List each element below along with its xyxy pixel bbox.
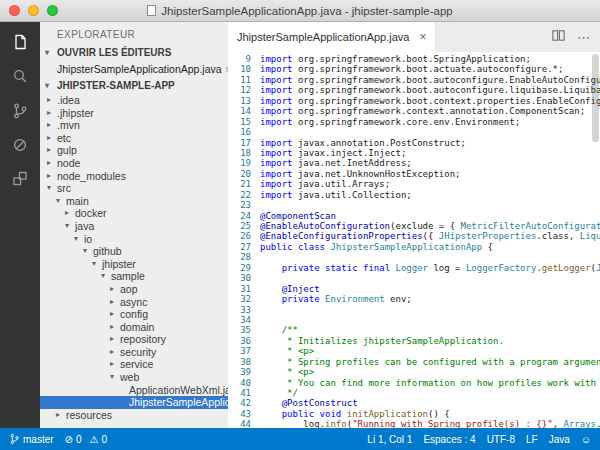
tree-item-.mvn[interactable]: ▸.mvn: [40, 119, 228, 132]
code-line-31[interactable]: 31 @Inject: [228, 284, 600, 294]
code-line-28[interactable]: 28: [228, 252, 600, 262]
editor-scrollbar[interactable]: [592, 54, 599, 142]
status-bar-right: Li 1, Col 1 Espaces : 4 UTF-8 LF Java ☺: [367, 434, 591, 445]
more-actions-icon[interactable]: ⋯: [577, 30, 590, 45]
code-line-22[interactable]: 22import java.util.Collection;: [228, 190, 600, 200]
language-mode[interactable]: Java: [549, 434, 570, 445]
code-line-23[interactable]: 23: [228, 200, 600, 210]
code-line-40[interactable]: 40 * You can find more information on ho…: [228, 378, 600, 388]
code-line-20[interactable]: 20import java.net.UnknownHostException;: [228, 169, 600, 179]
tree-item-domain[interactable]: ▸domain: [40, 321, 228, 334]
code-line-33[interactable]: 33: [228, 305, 600, 315]
code-line-21[interactable]: 21import java.util.Arrays;: [228, 179, 600, 189]
line-number: 27: [228, 242, 260, 252]
code-line-38[interactable]: 38 * Spring profiles can be configured w…: [228, 357, 600, 367]
tree-item-sample[interactable]: ▾sample: [40, 270, 228, 283]
tree-item-security[interactable]: ▸security: [40, 346, 228, 359]
tree-item-jhipstersampleapplication[interactable]: JhipsterSampleApplication: [40, 396, 228, 409]
code-line-36[interactable]: 36 * Initializes jhipsterSampleApplicati…: [228, 336, 600, 346]
code-line-25[interactable]: 25@EnableAutoConfiguration(exclude = { M…: [228, 221, 600, 231]
chevron-down-icon: ▾: [83, 245, 93, 258]
line-text: /**: [260, 325, 600, 335]
code-line-12[interactable]: 12import org.springframework.boot.autoco…: [228, 85, 600, 95]
tree-item-service[interactable]: ▸service: [40, 358, 228, 371]
code-line-32[interactable]: 32 private Environment env;: [228, 294, 600, 304]
project-section-header[interactable]: ▾ JHIPSTER-SAMPLE-APP: [40, 77, 228, 94]
tree-item-io[interactable]: ▾io: [40, 233, 228, 246]
git-branch-indicator[interactable]: master: [9, 433, 54, 445]
code-line-27[interactable]: 27public class JhipsterSampleApplication…: [228, 242, 600, 252]
tree-item-config[interactable]: ▸config: [40, 308, 228, 321]
tree-item-resources[interactable]: ▸resources: [40, 409, 228, 422]
code-line-34[interactable]: 34: [228, 315, 600, 325]
tree-item-applicationwebxml.java[interactable]: ApplicationWebXml.java: [40, 384, 228, 397]
tree-item-.jhipster[interactable]: ▸.jhipster: [40, 107, 228, 120]
code-line-13[interactable]: 13import org.springframework.boot.contex…: [228, 96, 600, 106]
line-text: log.info("Running with Spring profile(s)…: [260, 419, 600, 428]
line-number: 31: [228, 284, 260, 294]
code-line-26[interactable]: 26@EnableConfigurationProperties({ JHips…: [228, 231, 600, 241]
code-line-41[interactable]: 41 */: [228, 388, 600, 398]
chevron-down-icon: ▾: [47, 182, 57, 195]
chevron-right-icon: ▸: [47, 157, 57, 170]
code-line-24[interactable]: 24@ComponentScan: [228, 211, 600, 221]
tree-item-async[interactable]: ▸async: [40, 296, 228, 309]
zoom-window-button[interactable]: [47, 5, 58, 16]
tree-item-jhipster[interactable]: ▾jhipster: [40, 258, 228, 271]
open-editor-item[interactable]: JhipsterSampleApplicationApp.java src/m.…: [40, 61, 228, 77]
code-line-42[interactable]: 42 @PostConstruct: [228, 398, 600, 408]
code-line-44[interactable]: 44 log.info("Running with Spring profile…: [228, 419, 600, 428]
tree-item-repository[interactable]: ▸repository: [40, 333, 228, 346]
code-line-19[interactable]: 19import java.net.InetAddress;: [228, 158, 600, 168]
eol-setting[interactable]: LF: [526, 434, 538, 445]
tree-item-node[interactable]: ▸node: [40, 157, 228, 170]
code-line-18[interactable]: 18import javax.inject.Inject;: [228, 148, 600, 158]
tree-item-github[interactable]: ▾github: [40, 245, 228, 258]
open-editors-section-header[interactable]: ▾ OUVRIR LES ÉDITEURS: [40, 44, 228, 61]
cursor-position[interactable]: Li 1, Col 1: [367, 434, 412, 445]
code-line-35[interactable]: 35 /**: [228, 325, 600, 335]
tree-item-src[interactable]: ▾src: [40, 182, 228, 195]
code-line-10[interactable]: 10import org.springframework.boot.actuat…: [228, 64, 600, 74]
code-line-17[interactable]: 17import javax.annotation.PostConstruct;: [228, 138, 600, 148]
code-line-14[interactable]: 14import org.springframework.context.ann…: [228, 106, 600, 116]
tree-item-gulp[interactable]: ▸gulp: [40, 144, 228, 157]
minimize-window-button[interactable]: [28, 5, 39, 16]
code-line-29[interactable]: 29 private static final Logger log = Log…: [228, 263, 600, 273]
close-window-button[interactable]: [9, 5, 20, 16]
indentation-setting[interactable]: Espaces : 4: [423, 434, 475, 445]
tab-jhipster-sample-application-app[interactable]: JhipsterSampleApplicationApp.java ×: [228, 22, 436, 52]
extensions-icon[interactable]: [0, 162, 40, 196]
code-line-11[interactable]: 11import org.springframework.boot.autoco…: [228, 75, 600, 85]
tree-item-docker[interactable]: ▸docker: [40, 207, 228, 220]
tree-item-main[interactable]: ▾main: [40, 195, 228, 208]
line-number: 32: [228, 294, 260, 304]
code-line-15[interactable]: 15import org.springframework.core.env.En…: [228, 117, 600, 127]
line-number: 21: [228, 179, 260, 189]
tree-item-java[interactable]: ▾java: [40, 220, 228, 233]
feedback-smiley-icon[interactable]: ☺: [581, 434, 591, 445]
debug-icon[interactable]: [0, 128, 40, 162]
code-area[interactable]: 9import org.springframework.boot.SpringA…: [228, 52, 600, 428]
traffic-lights: [9, 5, 58, 16]
line-number: 9: [228, 54, 260, 64]
close-icon[interactable]: ×: [419, 31, 426, 43]
code-line-37[interactable]: 37 * <p>: [228, 346, 600, 356]
code-line-16[interactable]: 16: [228, 127, 600, 137]
tree-item-aop[interactable]: ▸aop: [40, 283, 228, 296]
code-line-39[interactable]: 39 * <p>: [228, 367, 600, 377]
tree-item-node_modules[interactable]: ▸node_modules: [40, 170, 228, 183]
code-line-9[interactable]: 9import org.springframework.boot.SpringA…: [228, 54, 600, 64]
chevron-right-icon: ▸: [110, 321, 120, 334]
encoding-setting[interactable]: UTF-8: [487, 434, 515, 445]
explorer-icon[interactable]: [0, 26, 40, 60]
code-line-30[interactable]: 30: [228, 273, 600, 283]
split-editor-icon[interactable]: [551, 28, 566, 47]
errors-indicator[interactable]: ⊘ 0 ⚠ 0: [65, 434, 107, 445]
tree-item-.idea[interactable]: ▸.idea: [40, 94, 228, 107]
tree-item-web[interactable]: ▾web: [40, 371, 228, 384]
search-icon[interactable]: [0, 60, 40, 94]
tree-item-etc[interactable]: ▸etc: [40, 132, 228, 145]
code-line-43[interactable]: 43 public void initApplication() {: [228, 409, 600, 419]
source-control-icon[interactable]: [0, 94, 40, 128]
